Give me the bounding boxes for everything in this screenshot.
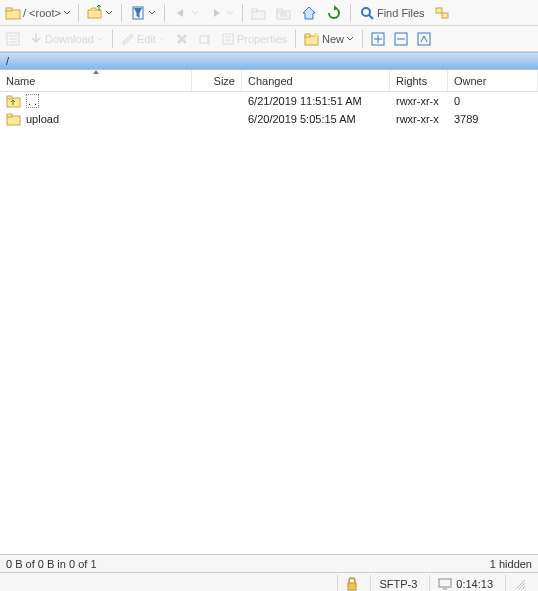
file-row[interactable]: upload6/20/2019 5:05:15 AMrwxr-xr-x3789 [0,110,538,128]
encryption-indicator[interactable] [337,575,366,592]
status-spacer [4,575,333,592]
delete-icon [175,32,189,46]
sync-browse-button[interactable] [430,2,454,24]
separator [121,4,122,22]
file-name: . . [26,95,39,107]
session-time-text: 0:14:13 [456,578,493,590]
svg-point-9 [362,8,370,16]
separator [242,4,243,22]
find-files-label: Find Files [377,7,425,19]
current-folder-selector[interactable]: / <root> [2,3,74,23]
download-button[interactable]: Download [25,28,108,50]
rename-icon [198,32,212,46]
toolbar-navigation: / <root> Find Fi [0,0,538,26]
svg-rect-31 [7,114,12,117]
dropdown-arrow-icon [191,9,199,17]
grip-icon [514,578,526,590]
forward-button[interactable] [204,2,238,24]
file-name: upload [26,113,59,125]
properties-button[interactable]: Properties [217,28,291,50]
protocol-indicator: SFTP-3 [370,575,425,592]
monitor-icon [438,578,452,590]
folder-icon [5,5,21,21]
column-header-rights[interactable]: Rights [390,70,448,91]
parent-folder-icon [6,94,22,108]
column-header-owner[interactable]: Owner [448,70,538,91]
refresh-button[interactable] [322,2,346,24]
column-header-owner-label: Owner [454,75,486,87]
file-owner: 3789 [448,113,538,125]
svg-rect-1 [6,8,12,11]
svg-rect-19 [223,34,233,44]
svg-line-10 [369,15,373,19]
dropdown-arrow-icon [158,35,166,43]
dropdown-arrow-icon [105,9,113,17]
new-label: New [322,33,344,45]
open-folder-button[interactable] [83,2,117,24]
sort-asc-icon [92,69,100,75]
edit-icon [121,32,135,46]
arrow-left-icon [173,7,189,19]
download-icon [29,32,43,46]
resize-grip[interactable] [505,575,534,592]
dropdown-arrow-icon [63,9,71,17]
column-header-changed[interactable]: Changed [242,70,390,91]
plus-box-icon [371,32,385,46]
column-header-size[interactable]: Size [192,70,242,91]
select-plus-button[interactable] [367,28,389,50]
filter-icon [130,5,146,21]
arrow-right-icon [208,7,224,19]
file-owner: 0 [448,95,538,107]
parent-dir-button[interactable] [247,2,271,24]
search-icon [359,5,375,21]
edit-button[interactable]: Edit [117,28,170,50]
file-list[interactable]: . .6/21/2019 11:51:51 AMrwxr-xr-x0upload… [0,92,538,554]
minus-box-icon [394,32,408,46]
separator [295,30,296,48]
home-icon [301,5,317,21]
svg-rect-27 [418,33,430,45]
column-header-changed-label: Changed [248,75,293,87]
filter-button[interactable] [126,2,160,24]
queue-button[interactable] [2,28,24,50]
svg-rect-2 [88,10,101,18]
find-files-button[interactable]: Find Files [355,2,429,24]
svg-rect-7 [277,9,282,12]
svg-rect-33 [439,579,451,587]
select-invert-button[interactable] [413,28,435,50]
breadcrumb[interactable]: / [0,52,538,70]
status-bar-selection: 0 B of 0 B in 0 of 1 1 hidden [0,554,538,572]
separator [78,4,79,22]
file-rights: rwxr-xr-x [390,95,448,107]
folder-open-icon [87,5,103,21]
svg-rect-11 [436,8,442,13]
root-dir-button[interactable] [272,2,296,24]
refresh-icon [326,5,342,21]
separator [350,4,351,22]
svg-rect-23 [305,34,310,37]
folder-up-icon [251,5,267,21]
back-button[interactable] [169,2,203,24]
file-changed: 6/20/2019 5:05:15 AM [242,113,390,125]
svg-rect-12 [442,13,448,18]
folder-root-icon [276,5,292,21]
new-folder-icon [304,31,320,47]
properties-icon [221,32,235,46]
column-header-name-label: Name [6,75,35,87]
rename-button[interactable] [194,28,216,50]
dropdown-arrow-icon [346,35,354,43]
current-folder-label: / <root> [23,7,61,19]
lock-icon [346,577,358,591]
delete-button[interactable] [171,28,193,50]
select-minus-button[interactable] [390,28,412,50]
edit-label: Edit [137,33,156,45]
new-button[interactable]: New [300,28,358,50]
breadcrumb-text: / [6,55,9,67]
separator [164,4,165,22]
dropdown-arrow-icon [148,9,156,17]
file-row[interactable]: . .6/21/2019 11:51:51 AMrwxr-xr-x0 [0,92,538,110]
column-header-name[interactable]: Name [0,70,192,91]
column-header-rights-label: Rights [396,75,427,87]
home-button[interactable] [297,2,321,24]
svg-rect-17 [200,36,208,43]
